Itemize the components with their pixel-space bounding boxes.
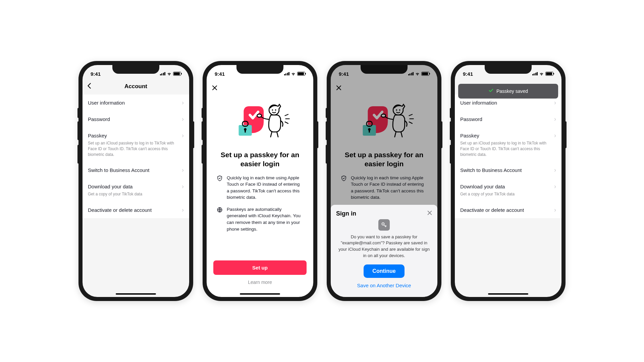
item-subtext: Get a copy of your TikTok data bbox=[460, 191, 556, 197]
chevron-right-icon: › bbox=[182, 99, 184, 106]
passkey-icon bbox=[378, 219, 390, 231]
item-label: Password bbox=[88, 116, 110, 122]
setup-title: Set up a passkey for an easier login bbox=[213, 150, 307, 169]
account-menu: User information› Password› Passkey› Set… bbox=[455, 95, 561, 218]
item-label: Passkey bbox=[88, 133, 107, 138]
chevron-right-icon: › bbox=[554, 99, 556, 106]
screen-signin-sheet: 9:41 bbox=[331, 65, 437, 297]
phone-frame-2: 9:41 bbox=[203, 61, 317, 301]
phone-frame-1: 9:41 Account User information› Passwo bbox=[78, 61, 193, 301]
battery-icon bbox=[173, 72, 181, 76]
cellular-icon bbox=[284, 72, 290, 75]
item-label: Deactivate or delete account bbox=[460, 207, 524, 213]
another-device-link[interactable]: Save on Another Device bbox=[336, 283, 432, 294]
svg-point-6 bbox=[275, 109, 276, 111]
phone-frame-3: 9:41 bbox=[327, 61, 441, 301]
chevron-right-icon: › bbox=[554, 167, 556, 174]
passkey-illustration bbox=[213, 95, 307, 145]
screen-setup: 9:41 bbox=[207, 65, 313, 297]
signin-sheet: Sign in Do you want to save a passkey fo… bbox=[331, 205, 437, 297]
item-label: Download your data bbox=[88, 184, 132, 189]
sheet-body: Do you want to save a passkey for "examp… bbox=[336, 234, 432, 264]
item-label: Passkey bbox=[460, 133, 479, 138]
item-download-data[interactable]: Download your data› Get a copy of your T… bbox=[455, 178, 561, 202]
chevron-right-icon: › bbox=[182, 132, 184, 139]
screen-account-saved: 9:41 Account Passkey saved User informat… bbox=[455, 65, 561, 297]
item-label: Password bbox=[460, 116, 482, 122]
item-label: Deactivate or delete account bbox=[88, 207, 152, 213]
toast-text: Passkey saved bbox=[496, 88, 528, 94]
item-deactivate[interactable]: Deactivate or delete account› bbox=[83, 202, 189, 218]
svg-point-7 bbox=[257, 114, 262, 117]
item-business-account[interactable]: Switch to Business Account› bbox=[83, 162, 189, 178]
home-indicator[interactable] bbox=[488, 293, 528, 295]
svg-point-19 bbox=[383, 224, 383, 224]
status-time: 9:41 bbox=[463, 71, 473, 77]
page-title: Account bbox=[124, 83, 147, 90]
key-icon-container bbox=[336, 219, 432, 231]
sheet-close-button[interactable] bbox=[427, 210, 432, 217]
account-menu: User information› Password› Passkey› Set… bbox=[83, 95, 189, 218]
item-deactivate[interactable]: Deactivate or delete account› bbox=[455, 202, 561, 218]
back-button[interactable] bbox=[87, 83, 91, 90]
check-icon bbox=[488, 88, 494, 95]
nav-header: Account bbox=[83, 80, 189, 95]
close-button[interactable] bbox=[212, 84, 217, 93]
continue-button[interactable]: Continue bbox=[364, 264, 404, 278]
feature-text: Quickly log in each time using Apple Tou… bbox=[227, 175, 303, 201]
item-label: Switch to Business Account bbox=[88, 167, 149, 173]
status-indicators bbox=[160, 71, 181, 76]
feature-text: Passkeys are automatically generated wit… bbox=[227, 206, 303, 232]
item-label: User information bbox=[88, 100, 125, 106]
item-subtext: Get a copy of your TikTok data bbox=[88, 191, 184, 197]
item-label: Switch to Business Account bbox=[460, 167, 522, 173]
phone-frame-4: 9:41 Account Passkey saved User informat… bbox=[451, 61, 566, 301]
status-time: 9:41 bbox=[215, 71, 225, 77]
chevron-right-icon: › bbox=[182, 183, 184, 190]
chevron-right-icon: › bbox=[182, 167, 184, 174]
battery-icon bbox=[545, 72, 553, 76]
setup-content: Set up a passkey for an easier login Qui… bbox=[207, 80, 313, 297]
item-label: User information bbox=[460, 100, 497, 106]
svg-rect-3 bbox=[245, 130, 246, 132]
item-passkey[interactable]: Passkey› Set up an iCloud passkey to log… bbox=[83, 127, 189, 162]
home-indicator[interactable] bbox=[240, 293, 280, 295]
sheet-title: Sign in bbox=[336, 210, 356, 217]
item-passkey[interactable]: Passkey› Set up an iCloud passkey to log… bbox=[455, 127, 561, 162]
setup-actions: Set up Learn more bbox=[213, 260, 307, 297]
chevron-right-icon: › bbox=[554, 183, 556, 190]
chevron-right-icon: › bbox=[182, 116, 184, 123]
item-subtext: Set up an iCloud passkey to log in to Ti… bbox=[460, 140, 556, 157]
home-indicator[interactable] bbox=[116, 293, 156, 295]
item-password[interactable]: Password› bbox=[455, 111, 561, 127]
item-subtext: Set up an iCloud passkey to log in to Ti… bbox=[88, 140, 184, 157]
toast-passkey-saved: Passkey saved bbox=[458, 84, 558, 99]
cellular-icon bbox=[532, 72, 538, 75]
status-indicators bbox=[532, 71, 554, 76]
chevron-right-icon: › bbox=[554, 206, 556, 214]
chevron-right-icon: › bbox=[554, 132, 556, 139]
globe-icon bbox=[217, 207, 223, 213]
screen-account: 9:41 Account User information› Passwo bbox=[83, 65, 189, 297]
status-indicators bbox=[284, 71, 306, 76]
item-download-data[interactable]: Download your data› Get a copy of your T… bbox=[83, 178, 189, 202]
feature-keychain: Passkeys are automatically generated wit… bbox=[213, 206, 307, 238]
cellular-icon bbox=[160, 72, 166, 75]
learn-more-button[interactable]: Learn more bbox=[213, 275, 307, 290]
item-password[interactable]: Password› bbox=[83, 111, 189, 127]
item-user-information[interactable]: User information› bbox=[83, 95, 189, 111]
phone-lineup: 9:41 Account User information› Passwo bbox=[78, 61, 566, 301]
chevron-right-icon: › bbox=[554, 116, 556, 123]
item-business-account[interactable]: Switch to Business Account› bbox=[455, 162, 561, 178]
wifi-icon bbox=[291, 71, 296, 76]
item-label: Download your data bbox=[460, 184, 505, 189]
wifi-icon bbox=[167, 71, 172, 76]
feature-biometric: Quickly log in each time using Apple Tou… bbox=[213, 175, 307, 206]
setup-button[interactable]: Set up bbox=[213, 260, 307, 275]
battery-icon bbox=[297, 72, 305, 76]
wifi-icon bbox=[539, 71, 544, 76]
status-time: 9:41 bbox=[91, 71, 101, 77]
svg-point-5 bbox=[272, 109, 273, 111]
chevron-right-icon: › bbox=[182, 206, 184, 214]
shield-check-icon bbox=[217, 175, 223, 181]
